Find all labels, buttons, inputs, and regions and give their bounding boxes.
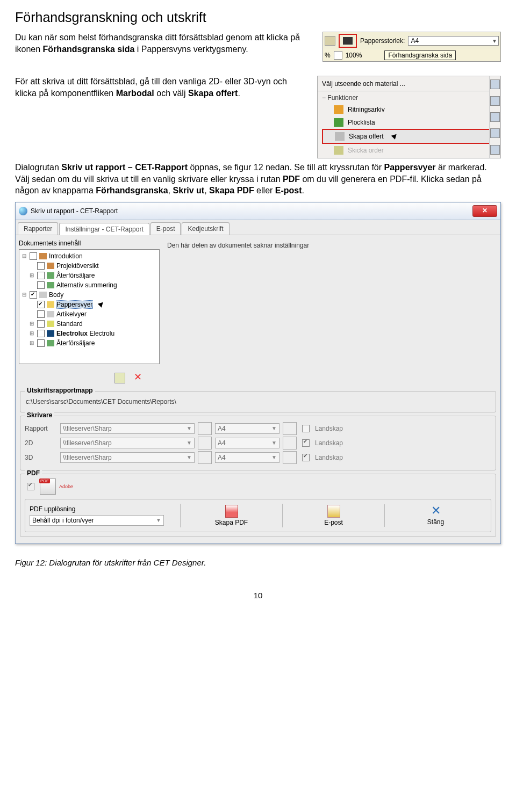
orientation-icon[interactable] — [283, 422, 297, 435]
zoom-out-icon[interactable] — [334, 51, 342, 60]
delete-icon[interactable]: ✕ — [134, 373, 144, 382]
text-bold: Skriv ut — [173, 186, 205, 195]
paper-dropdown[interactable]: A4▼ — [215, 452, 280, 463]
thumb-icon[interactable] — [490, 79, 500, 89]
landscape-checkbox[interactable] — [302, 439, 310, 447]
row-label: 3D — [25, 454, 57, 461]
paperview-icon — [47, 301, 54, 308]
pdf-resolution-label: PDF upplösning — [30, 505, 180, 513]
tab-kedjeutskrift[interactable]: Kedjeutskrift — [182, 222, 229, 235]
paper-dropdown[interactable]: A4▼ — [215, 423, 280, 434]
text: i Pappersvyns verktygsmeny. — [134, 45, 248, 54]
intro-paragraph-2: För att skriva ut ditt försättsblad, gå … — [15, 76, 307, 99]
panel-item-label: Skicka order — [348, 147, 384, 154]
thumb-icon[interactable] — [490, 145, 500, 155]
document-tree[interactable]: ⊟Introduktion Projektöversikt ⊞Återförsä… — [19, 249, 160, 364]
panel-item-skicka-order[interactable]: Skicka order — [322, 144, 496, 157]
checkbox[interactable] — [37, 320, 45, 328]
panel-item-ritningsarkiv[interactable]: Ritningsarkiv — [322, 103, 496, 116]
checkbox[interactable] — [37, 330, 45, 337]
tree-label: Standard — [56, 320, 83, 328]
orientation-icon[interactable] — [283, 451, 297, 464]
panel-item-plocklista[interactable]: Plocklista — [322, 116, 496, 129]
camera-icon — [343, 37, 353, 45]
landscape-label: Landskap — [315, 425, 343, 432]
tree-node[interactable]: Artikelvyer — [21, 309, 157, 319]
text-bold: Förhandsgranska — [96, 186, 168, 195]
checkbox[interactable] — [37, 272, 45, 279]
tree-node[interactable]: ⊟Introduktion — [21, 251, 157, 261]
pdf-icon — [40, 479, 56, 495]
text: eller — [254, 186, 275, 195]
pdf-resolution-dropdown[interactable]: Behåll dpi i foton/vyer▼ — [30, 515, 164, 526]
reseller-icon — [47, 272, 54, 279]
panel-header: Välj utseende och material ... — [322, 80, 405, 88]
tree-label: Alternativ summering — [56, 281, 117, 289]
cursor-icon — [392, 132, 399, 141]
dropdown-value: \\fileserver\Sharp — [63, 425, 112, 432]
thumb-icon[interactable] — [490, 128, 500, 138]
button-label: Skapa PDF — [215, 519, 248, 526]
paper-dropdown[interactable]: A4▼ — [215, 438, 280, 448]
printer-dropdown[interactable]: \\fileserver\Sharp▼ — [60, 438, 195, 448]
tree-node[interactable]: ⊟Body — [21, 290, 157, 300]
tree-node[interactable]: ⊞Återförsäljare — [21, 271, 157, 280]
thumb-icon[interactable] — [490, 112, 500, 122]
tree-label: Projektöversikt — [56, 262, 99, 270]
tree-header: Dokumentets innehåll — [19, 238, 160, 249]
body-icon — [39, 292, 47, 298]
tree-node[interactable]: ⊞Electrolux Electrolu — [21, 329, 157, 338]
book-icon — [39, 253, 47, 259]
text-bold: Skapa PDF — [209, 186, 254, 195]
checkbox[interactable] — [37, 262, 45, 270]
tree-node[interactable]: Alternativ summering — [21, 280, 157, 290]
checkbox[interactable] — [37, 281, 45, 289]
tab-epost[interactable]: E-post — [150, 222, 181, 235]
panel-item-label: Plocklista — [348, 119, 375, 126]
text: och välj — [154, 89, 188, 98]
settings-message: Den här delen av dokumentet saknar instä… — [164, 238, 312, 252]
skapa-pdf-button[interactable]: Skapa PDF — [180, 504, 282, 527]
thumb-icon[interactable] — [490, 96, 500, 106]
tree-node[interactable]: ⊞Återförsäljare — [21, 338, 157, 348]
tree-label: Återförsäljare — [56, 272, 95, 279]
landscape-checkbox[interactable] — [302, 454, 310, 461]
printer-dropdown[interactable]: \\fileserver\Sharp▼ — [60, 423, 195, 434]
landscape-label: Landskap — [315, 439, 343, 447]
pdf-checkbox[interactable] — [27, 483, 34, 490]
tooltip: Förhandsgranska sida — [384, 50, 456, 60]
tree-node-pappersvyer[interactable]: Pappersvyer — [21, 300, 157, 309]
checkbox[interactable] — [37, 339, 45, 347]
landscape-label: Landskap — [315, 454, 343, 461]
orientation-icon[interactable] — [283, 437, 297, 450]
group-printer: Skrivare Rapport \\fileserver\Sharp▼ A4▼… — [20, 416, 496, 470]
stang-button[interactable]: ✕ Stäng — [384, 504, 486, 527]
printer-settings-icon[interactable] — [198, 422, 212, 435]
checkbox[interactable] — [37, 310, 45, 318]
tree-node[interactable]: Projektöversikt — [21, 261, 157, 271]
checkbox[interactable] — [37, 301, 45, 308]
tree-node[interactable]: ⊞Standard — [21, 319, 157, 329]
text-bold: PDF — [283, 175, 300, 184]
window-close-button[interactable]: ✕ — [472, 205, 497, 217]
tree-label: Body — [49, 291, 63, 299]
printer-settings-icon[interactable] — [198, 437, 212, 450]
text-bold: Marbodal — [116, 89, 154, 98]
printer-dropdown[interactable]: \\fileserver\Sharp▼ — [60, 452, 195, 463]
papersize-dropdown[interactable]: A4 ▾ — [408, 36, 499, 46]
group-pdf: PDF Adobe PDF upplösning Behåll dpi i fo… — [20, 474, 496, 537]
tab-rapporter[interactable]: Rapporter — [18, 222, 58, 235]
summary-icon — [47, 282, 54, 288]
mail-icon — [327, 505, 340, 518]
checkbox[interactable] — [30, 291, 37, 299]
electrolux-icon — [47, 330, 54, 337]
checkbox[interactable] — [30, 252, 37, 260]
panel-item-label: Skapa offert — [349, 133, 384, 140]
landscape-checkbox[interactable] — [302, 425, 310, 432]
tab-installningar[interactable]: Inställningar - CET-Rapport — [59, 223, 149, 235]
epost-button[interactable]: E-post — [282, 504, 384, 527]
copy-icon[interactable] — [114, 373, 125, 383]
page-heading: Förhandsgranskning och utskrift — [15, 10, 501, 25]
panel-item-skapa-offert[interactable]: Skapa offert — [322, 129, 496, 144]
printer-settings-icon[interactable] — [198, 451, 212, 464]
